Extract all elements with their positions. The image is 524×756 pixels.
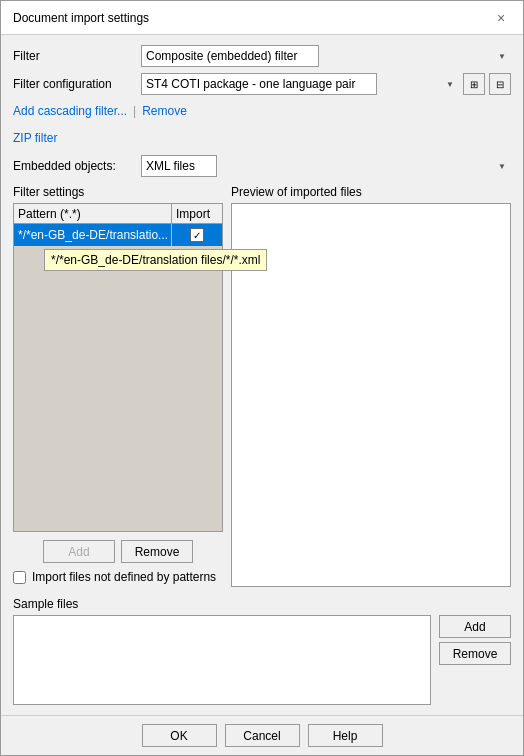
filter-table-header: Pattern (*.*) Import	[14, 204, 222, 224]
filter-cell-import: ✓	[172, 228, 222, 242]
preview-label: Preview of imported files	[231, 185, 511, 199]
sample-files-section: Sample files Add Remove	[13, 597, 511, 705]
footer: OK Cancel Help	[1, 715, 523, 755]
add-cascading-filter-link[interactable]: Add cascading filter...	[13, 104, 127, 118]
ok-button[interactable]: OK	[142, 724, 217, 747]
zip-filter-link[interactable]: ZIP filter	[13, 131, 57, 145]
sample-add-button[interactable]: Add	[439, 615, 511, 638]
filter-control: Composite (embedded) filter	[141, 45, 511, 67]
dialog-title: Document import settings	[13, 11, 149, 25]
preview-area	[231, 203, 511, 587]
title-bar: Document import settings ×	[1, 1, 523, 35]
import-undefined-row: Import files not defined by patterns	[13, 567, 223, 587]
filter-table-row[interactable]: */*en-GB_de-DE/translatio... ✓	[14, 224, 222, 246]
filter-settings-label: Filter settings	[13, 185, 223, 199]
filter-settings-panel: Filter settings Pattern (*.*) Import */*…	[13, 185, 223, 587]
col-import-header: Import	[172, 204, 222, 223]
preview-panel: Preview of imported files	[231, 185, 511, 587]
config-btn2[interactable]: ⊟	[489, 73, 511, 95]
sample-files-label: Sample files	[13, 597, 511, 611]
col-pattern-header: Pattern (*.*)	[14, 204, 172, 223]
dialog-content: Filter Composite (embedded) filter Filte…	[1, 35, 523, 715]
link-separator: |	[127, 104, 142, 118]
sample-remove-button[interactable]: Remove	[439, 642, 511, 665]
remove-cascading-filter-link[interactable]: Remove	[142, 104, 187, 118]
import-undefined-label: Import files not defined by patterns	[32, 570, 216, 584]
filter-select-wrapper: Composite (embedded) filter	[141, 45, 511, 67]
filter-add-button[interactable]: Add	[43, 540, 115, 563]
main-area: Filter settings Pattern (*.*) Import */*…	[13, 185, 511, 587]
embedded-objects-row: Embedded objects: XML files	[13, 155, 511, 177]
embedded-objects-label: Embedded objects:	[13, 159, 133, 173]
zip-filter-row: ZIP filter	[13, 127, 511, 149]
filter-btn-row: Add Remove	[13, 540, 223, 563]
filter-table: Pattern (*.*) Import */*en-GB_de-DE/tran…	[13, 203, 223, 532]
dialog: Document import settings × Filter Compos…	[0, 0, 524, 756]
embedded-objects-select-wrapper: XML files	[141, 155, 511, 177]
filter-remove-button[interactable]: Remove	[121, 540, 193, 563]
filter-config-select[interactable]: ST4 COTI package - one language pair	[141, 73, 377, 95]
filter-select[interactable]: Composite (embedded) filter	[141, 45, 319, 67]
embedded-objects-select[interactable]: XML files	[141, 155, 217, 177]
close-button[interactable]: ×	[491, 8, 511, 28]
filter-config-select-wrapper: ST4 COTI package - one language pair	[141, 73, 459, 95]
filter-label: Filter	[13, 49, 133, 63]
filter-cell-pattern: */*en-GB_de-DE/translatio...	[14, 224, 172, 246]
filter-config-control: ST4 COTI package - one language pair ⊞ ⊟	[141, 73, 511, 95]
cascading-filter-row: Add cascading filter... | Remove	[13, 101, 511, 121]
filter-config-row: Filter configuration ST4 COTI package - …	[13, 73, 511, 95]
filter-row: Filter Composite (embedded) filter	[13, 45, 511, 67]
cancel-button[interactable]: Cancel	[225, 724, 300, 747]
embedded-objects-control: XML files	[141, 155, 511, 177]
filter-table-body: */*en-GB_de-DE/translatio... ✓ */*en-GB_…	[14, 224, 222, 531]
help-button[interactable]: Help	[308, 724, 383, 747]
sample-files-area	[13, 615, 431, 705]
import-checkbox[interactable]: ✓	[190, 228, 204, 242]
config-btn1[interactable]: ⊞	[463, 73, 485, 95]
filter-config-label: Filter configuration	[13, 77, 133, 91]
import-undefined-checkbox[interactable]	[13, 571, 26, 584]
